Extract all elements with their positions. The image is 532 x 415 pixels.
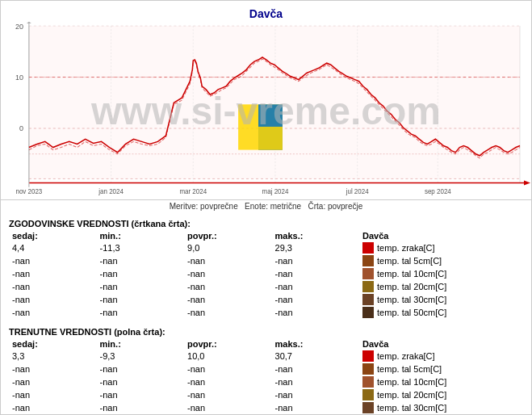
legend-cell: temp. tal 50cm[C] <box>359 306 523 319</box>
chart-title: Davča <box>1 1 531 22</box>
svg-text:mar 2024: mar 2024 <box>179 188 207 195</box>
svg-text:20: 20 <box>15 23 23 31</box>
min-val: -nan <box>97 267 185 280</box>
sedaj-val: -nan <box>9 254 97 267</box>
table-row: -nan -nan -nan -nan temp. tal 50cm[C] <box>9 306 523 319</box>
svg-text:0: 0 <box>19 124 23 132</box>
chart-svg: 20 10 0 nov 2023 jan 2024 mar 2024 maj 2… <box>1 22 531 199</box>
table-row: -nan -nan -nan -nan temp. tal 10cm[C] <box>9 375 523 388</box>
table-row: -nan -nan -nan -nan temp. tal 5cm[C] <box>9 363 523 375</box>
povpr-val: -nan <box>184 306 272 319</box>
svg-text:sep 2024: sep 2024 <box>425 188 451 195</box>
current-header-row: sedaj: min.: povpr.: maks.: Davča <box>9 338 523 350</box>
maks-val: -nan <box>272 401 360 414</box>
maks-val: -nan <box>272 267 360 280</box>
legend-label: temp. tal 10cm[C] <box>377 377 446 387</box>
col-sedaj-hist: sedaj: <box>9 230 97 241</box>
svg-text:jan 2024: jan 2024 <box>98 188 124 195</box>
min-val: -nan <box>97 254 185 267</box>
current-section: TRENUTNE VREDNOSTI (polna črta): sedaj: … <box>1 321 531 415</box>
povpr-val: -nan <box>184 280 272 293</box>
min-val: -9,3 <box>97 350 185 363</box>
legend-label: temp. zraka[C] <box>377 243 435 253</box>
table-row: 4,4 -11,3 9,0 29,3 temp. zraka[C] <box>9 241 523 254</box>
maks-val: -nan <box>272 280 360 293</box>
col-sedaj-curr: sedaj: <box>9 338 97 350</box>
historical-section: ZGODOVINSKE VREDNOSTI (črtkana črta): se… <box>1 212 531 321</box>
legend-color-box <box>362 294 374 305</box>
min-val: -11,3 <box>97 241 185 254</box>
legend-label: temp. tal 50cm[C] <box>377 308 446 317</box>
col-davca-curr: Davča <box>359 338 523 350</box>
legend-cell: temp. tal 5cm[C] <box>359 363 523 375</box>
maks-val: -nan <box>272 306 360 319</box>
sedaj-val: -nan <box>9 306 97 319</box>
legend-label: temp. tal 20cm[C] <box>377 390 446 400</box>
legend-label: temp. zraka[C] <box>377 351 435 361</box>
table-row: 3,3 -9,3 10,0 30,7 temp. zraka[C] <box>9 350 523 363</box>
historical-header-row: sedaj: min.: povpr.: maks.: Davča <box>9 230 523 241</box>
meritve-label: Meritve: povprečne <box>170 202 238 211</box>
sedaj-val: -nan <box>9 388 97 401</box>
historical-title: ZGODOVINSKE VREDNOSTI (črtkana črta): <box>9 219 523 228</box>
table-row: -nan -nan -nan -nan temp. tal 10cm[C] <box>9 267 523 280</box>
enote-label: Enote: metrične <box>245 202 301 211</box>
min-val: -nan <box>97 375 185 388</box>
legend-cell: temp. tal 10cm[C] <box>359 375 523 388</box>
legend-label: temp. tal 10cm[C] <box>377 269 446 279</box>
min-val: -nan <box>97 401 185 414</box>
table-row: -nan -nan -nan -nan temp. tal 30cm[C] <box>9 401 523 414</box>
sedaj-val: -nan <box>9 280 97 293</box>
legend-cell: temp. tal 30cm[C] <box>359 293 523 306</box>
legend-cell: temp. zraka[C] <box>359 241 523 254</box>
legend-cell: temp. tal 10cm[C] <box>359 267 523 280</box>
legend-label: temp. tal 20cm[C] <box>377 282 446 291</box>
legend-color-box <box>362 402 374 413</box>
legend-label: temp. tal 30cm[C] <box>377 403 446 413</box>
sedaj-val: -nan <box>9 293 97 306</box>
table-row: -nan -nan -nan -nan temp. tal 30cm[C] <box>9 293 523 306</box>
svg-rect-30 <box>258 127 283 150</box>
current-table: sedaj: min.: povpr.: maks.: Davča 3,3 -9… <box>9 338 523 415</box>
sedaj-val: -nan <box>9 375 97 388</box>
col-povpr-curr: povpr.: <box>184 338 272 350</box>
sedaj-val: 3,3 <box>9 350 97 363</box>
legend-color-box <box>362 363 374 375</box>
table-row: -nan -nan -nan -nan temp. tal 20cm[C] <box>9 388 523 401</box>
maks-val: -nan <box>272 363 360 375</box>
legend-color-box <box>362 281 374 292</box>
sedaj-val: -nan <box>9 267 97 280</box>
povpr-val: -nan <box>184 401 272 414</box>
current-title: TRENUTNE VREDNOSTI (polna črta): <box>9 327 523 337</box>
sedaj-val: -nan <box>9 363 97 375</box>
povpr-val: 10,0 <box>184 350 272 363</box>
maks-val: 29,3 <box>272 241 360 254</box>
svg-text:jul 2024: jul 2024 <box>346 188 369 195</box>
col-min-curr: min.: <box>97 338 185 350</box>
maks-val: -nan <box>272 375 360 388</box>
povpr-val: -nan <box>184 388 272 401</box>
table-row: -nan -nan -nan -nan temp. tal 5cm[C] <box>9 254 523 267</box>
min-val: -nan <box>97 293 185 306</box>
svg-text:10: 10 <box>15 73 23 82</box>
svg-rect-1 <box>29 26 520 178</box>
povpr-val: -nan <box>184 267 272 280</box>
legend-cell: temp. tal 20cm[C] <box>359 388 523 401</box>
col-povpr-hist: povpr.: <box>184 230 272 241</box>
col-maks-curr: maks.: <box>272 338 360 350</box>
table-row: -nan -nan -nan -nan temp. tal 20cm[C] <box>9 280 523 293</box>
min-val: -nan <box>97 280 185 293</box>
col-davca-hist: Davča <box>359 230 523 241</box>
legend-cell: temp. zraka[C] <box>359 350 523 363</box>
legend-color-box <box>362 255 374 266</box>
povpr-val: -nan <box>184 293 272 306</box>
legend-color-box <box>362 350 374 362</box>
legend-cell: temp. tal 30cm[C] <box>359 401 523 414</box>
povpr-val: -nan <box>184 375 272 388</box>
maks-val: -nan <box>272 254 360 267</box>
legend-cell: temp. tal 20cm[C] <box>359 280 523 293</box>
svg-text:maj 2024: maj 2024 <box>262 188 289 195</box>
page-container: Davča 20 <box>1 1 531 415</box>
legend-label: temp. tal 30cm[C] <box>377 295 446 304</box>
crta-label: Črta: povprečje <box>308 202 362 211</box>
